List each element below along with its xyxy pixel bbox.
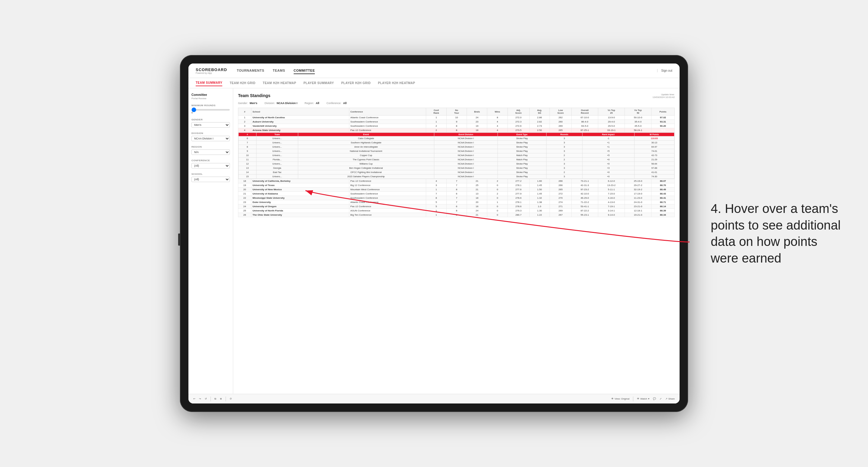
sidebar-region: Region N/A East West — [191, 146, 230, 155]
highlighted-points-cell[interactable]: 78.5 — [651, 128, 675, 132]
gender-label: Gender — [191, 118, 230, 121]
sub-nav-team-h2h-grid[interactable]: TEAM H2H GRID — [229, 80, 255, 86]
col-points: Points — [651, 108, 675, 116]
school-select[interactable]: (All) — [191, 177, 230, 182]
nav-teams[interactable]: TEAMS — [273, 67, 285, 74]
sidebar-title: Committee — [191, 93, 230, 96]
side-button — [178, 234, 181, 246]
min-rounds-slider[interactable] — [191, 109, 230, 111]
col-avg-sg: Avg.SG — [529, 108, 550, 116]
popup-row: 8Univers...Amer An IntercollegiateNCAA D… — [239, 145, 675, 149]
col-adj-score: Adj.Score — [507, 108, 529, 116]
sub-nav-team-h2h-heatmap[interactable]: TEAM H2H HEATMAP — [263, 80, 297, 86]
col-low-score: LowScore — [550, 108, 571, 116]
sub-nav-player-h2h-grid[interactable]: PLAYER H2H GRID — [341, 80, 371, 86]
table-row[interactable]: 20 University of New Mexico Mountain Wes… — [238, 188, 675, 192]
popup-row: 7Univers...Southern Highlands Collegiate… — [239, 141, 675, 145]
main-nav: TOURNAMENTS TEAMS COMMITTEE — [237, 67, 657, 74]
comment-button[interactable]: 💬 — [653, 398, 656, 400]
division-label: Division — [191, 132, 230, 134]
main-content: Committee Portal Review Minimum Rounds 0… — [188, 88, 680, 394]
sub-nav-player-summary[interactable]: PLAYER SUMMARY — [303, 80, 334, 86]
expanded-section: # Team Event Event Division Event Type R… — [238, 132, 675, 179]
sign-out-link[interactable]: Sign out — [657, 69, 672, 72]
sub-nav: TEAM SUMMARY TEAM H2H GRID TEAM H2H HEAT… — [188, 78, 680, 88]
filter-conference-value: All — [343, 102, 347, 105]
sub-nav-team-summary[interactable]: TEAM SUMMARY — [196, 80, 222, 86]
redo-button[interactable]: ↪ — [199, 398, 201, 400]
filter-region-label: Region: — [305, 102, 314, 105]
col-overall: OverallRecord — [571, 108, 598, 116]
popup-col-rounds: Rounds — [546, 133, 582, 136]
view-icon: 👁 — [611, 398, 614, 400]
table-row[interactable]: 22 Mississippi State University Southeas… — [238, 196, 675, 200]
watch-label: Watch — [640, 398, 647, 400]
min-rounds-label: Minimum Rounds — [191, 104, 230, 107]
region-select[interactable]: N/A East West — [191, 149, 230, 155]
table-row[interactable]: 21 University of Alabama Southeastern Co… — [238, 192, 675, 196]
expand-button[interactable]: ⤢ — [660, 398, 662, 400]
view-label: View: Original — [615, 398, 629, 400]
clock-button[interactable]: ⏱ — [229, 398, 232, 400]
undo-button[interactable]: ↩ — [193, 398, 195, 400]
app-logo-sub: Powered by clipp — [196, 72, 227, 74]
report-title: Team Standings — [238, 93, 270, 98]
popup-col-rank: # — [239, 133, 256, 136]
copy-button[interactable]: ⧉ — [214, 398, 216, 401]
nav-committee[interactable]: COMMITTEE — [294, 67, 315, 74]
sidebar-division: Division NCAA Division I NCAA Division I… — [191, 132, 230, 141]
col-vs25: Vs Top25 — [598, 108, 624, 116]
filter-region: Region: All — [305, 102, 319, 105]
filter-conference-label: Conference: — [326, 102, 341, 105]
sidebar-conference: Conference (All) ACC SEC — [191, 159, 230, 168]
table-row[interactable]: 18 University of California, Berkeley Pa… — [238, 179, 675, 183]
popup-col-team: Team — [256, 133, 298, 136]
table-row[interactable]: 19 University of Texas Big 12 Conference… — [238, 183, 675, 188]
table-row[interactable]: 26 The Ohio State University Big Ten Con… — [238, 213, 675, 217]
filter-gender-label: Gender: — [238, 102, 248, 105]
table-row-highlighted[interactable]: 4 Arizona State University Pac-12 Confer… — [238, 128, 675, 132]
nav-tournaments[interactable]: TOURNAMENTS — [237, 67, 264, 74]
table-row[interactable]: 24 University of Oregon Pac-12 Conferenc… — [238, 205, 675, 209]
sub-nav-player-h2h-heatmap[interactable]: PLAYER H2H HEATMAP — [378, 80, 415, 86]
bottom-toolbar: ↩ ↪ ↺ ⧉ ⊕ ⏱ 👁 View: Original 👁 Watch ▾ 💬… — [188, 394, 680, 403]
col-no-tour: NoTour — [446, 108, 467, 116]
popup-row: 13GeorgiaBen Hogan Collegiate Invitation… — [239, 166, 675, 170]
col-wins: Wins — [487, 108, 507, 116]
filter-gender: Gender: Men's — [238, 102, 257, 105]
sidebar-header: Committee Portal Review — [191, 93, 230, 100]
filters-row: Gender: Men's Division: NCAA Division I … — [238, 102, 675, 105]
col-bnds: Bnds — [467, 108, 487, 116]
popup-row: 6Univers...Cabo CollegiateNCAA Division … — [239, 136, 675, 141]
view-original-button[interactable]: 👁 View: Original — [611, 398, 629, 400]
popup-row: 15Univers...2023 Sahalee Players Champio… — [239, 175, 675, 179]
popup-col-division: Event Division — [434, 133, 497, 136]
popup-table: # Team Event Event Division Event Type R… — [238, 132, 675, 179]
table-row[interactable]: 23 Duke University Atlantic Coast Confer… — [238, 200, 675, 205]
col-conference: Conference — [349, 108, 426, 116]
standings-table: # School Conference ConfRank NoTour Bnds… — [238, 108, 675, 217]
annotation-container: 4. Hover over a team's points to see add… — [711, 200, 844, 267]
popup-header-row: # Team Event Event Division Event Type R… — [239, 133, 675, 136]
min-rounds-value: 0 — [191, 111, 193, 114]
gender-select[interactable]: Men's Women's All — [191, 122, 230, 128]
filter-division-label: Division: — [265, 102, 275, 105]
app-logo: SCOREBOARD — [196, 67, 227, 72]
share-button[interactable]: ↗ Share — [665, 398, 675, 400]
watch-icon: 👁 — [637, 398, 639, 400]
table-row[interactable]: 2 Auburn University Southeastern Confere… — [238, 120, 675, 124]
filter-division: Division: NCAA Division I — [265, 102, 297, 105]
refresh-button[interactable]: ↺ — [205, 398, 207, 400]
watch-button[interactable]: 👁 Watch ▾ — [637, 398, 649, 400]
col-conf-rank: ConfRank — [426, 108, 446, 116]
points-cell[interactable]: 97.02 — [651, 116, 675, 120]
report-header: Team Standings Update time: 13/03/2024 1… — [238, 93, 675, 99]
table-row[interactable]: 25 University of North Florida ASUN Conf… — [238, 209, 675, 213]
filter-conference: Conference: All — [326, 102, 347, 105]
watch-chevron: ▾ — [648, 398, 649, 400]
division-select[interactable]: NCAA Division I NCAA Division II NCAA Di… — [191, 136, 230, 141]
conference-select[interactable]: (All) ACC SEC — [191, 163, 230, 168]
table-row[interactable]: 1 University of North Carolina Atlantic … — [238, 116, 675, 120]
add-button[interactable]: ⊕ — [220, 398, 222, 400]
table-row[interactable]: 3 Vanderbilt University Southeastern Con… — [238, 124, 675, 128]
